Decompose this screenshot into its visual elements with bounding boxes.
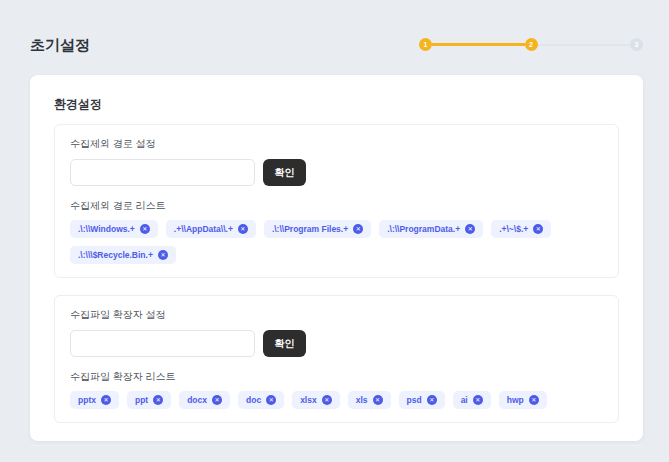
exclude-path-tag: .\:\\Windows.+ ✕ xyxy=(70,220,158,238)
stepper-step-2: 2 xyxy=(525,38,538,51)
close-circle-icon[interactable]: ✕ xyxy=(529,395,539,405)
exclude-path-tag: .+\~\$.+ ✕ xyxy=(491,220,551,238)
file-extension-confirm-button[interactable]: 확인 xyxy=(263,330,306,357)
close-circle-icon[interactable]: ✕ xyxy=(373,395,383,405)
exclude-path-tag-list: .\:\\Windows.+ ✕ .+\\AppData\\.+ ✕ .\:\\… xyxy=(70,220,603,264)
file-extension-tag: ai ✕ xyxy=(453,391,491,409)
file-extension-tag: pptx ✕ xyxy=(70,391,119,409)
tag-label: .\:\\Program Files.+ xyxy=(272,224,348,234)
file-extension-tag: doc ✕ xyxy=(238,391,284,409)
tag-label: docx xyxy=(187,395,207,405)
close-circle-icon[interactable]: ✕ xyxy=(322,395,332,405)
exclude-path-setting-label: 수집제외 경로 설정 xyxy=(70,137,603,151)
exclude-path-tag: .\:\\\$Recycle.Bin.+ ✕ xyxy=(70,246,176,264)
close-circle-icon[interactable]: ✕ xyxy=(533,224,543,234)
exclude-path-list-label: 수집제외 경로 리스트 xyxy=(70,199,603,213)
close-circle-icon[interactable]: ✕ xyxy=(158,250,168,260)
file-extension-tag: hwp ✕ xyxy=(499,391,547,409)
file-extension-tag: docx ✕ xyxy=(179,391,230,409)
tag-label: xlsx xyxy=(300,395,317,405)
stepper-connector-2-3 xyxy=(538,44,631,46)
tag-label: .+\\AppData\\.+ xyxy=(174,224,233,234)
exclude-path-tag: .+\\AppData\\.+ ✕ xyxy=(166,220,256,238)
wizard-footer: 이전 다음 xyxy=(54,446,619,462)
file-extension-panel: 수집파일 확장자 설정 확인 수집파일 확장자 리스트 pptx ✕ ppt ✕ xyxy=(54,295,619,423)
close-circle-icon[interactable]: ✕ xyxy=(101,395,111,405)
exclude-path-input-row: 확인 xyxy=(70,159,603,186)
section-title: 환경설정 xyxy=(54,96,619,113)
close-circle-icon[interactable]: ✕ xyxy=(353,224,363,234)
initial-setup-page: 초기설정 1 2 3 환경설정 수집제외 경로 설정 확인 수집제외 경로 리스… xyxy=(0,0,669,462)
exclude-path-panel: 수집제외 경로 설정 확인 수집제외 경로 리스트 .\:\\Windows.+… xyxy=(54,124,619,278)
tag-label: psd xyxy=(407,395,422,405)
stepper: 1 2 3 xyxy=(419,38,643,51)
settings-card: 환경설정 수집제외 경로 설정 확인 수집제외 경로 리스트 .\:\\Wind… xyxy=(30,75,643,441)
file-extension-list-label: 수집파일 확장자 리스트 xyxy=(70,370,603,384)
file-extension-setting-label: 수집파일 확장자 설정 xyxy=(70,308,603,322)
tag-label: .\:\\Windows.+ xyxy=(78,224,135,234)
tag-label: pptx xyxy=(78,395,96,405)
tag-label: .+\~\$.+ xyxy=(499,224,528,234)
close-circle-icon[interactable]: ✕ xyxy=(212,395,222,405)
exclude-path-confirm-button[interactable]: 확인 xyxy=(263,159,306,186)
file-extension-input[interactable] xyxy=(70,330,255,357)
close-circle-icon[interactable]: ✕ xyxy=(140,224,150,234)
tag-label: hwp xyxy=(507,395,524,405)
page-title: 초기설정 xyxy=(30,36,90,55)
close-circle-icon[interactable]: ✕ xyxy=(266,395,276,405)
tag-label: doc xyxy=(246,395,261,405)
file-extension-tag: xlsx ✕ xyxy=(292,391,340,409)
close-circle-icon[interactable]: ✕ xyxy=(153,395,163,405)
close-circle-icon[interactable]: ✕ xyxy=(465,224,475,234)
file-extension-tag: xls ✕ xyxy=(348,391,391,409)
stepper-step-1: 1 xyxy=(419,38,432,51)
close-circle-icon[interactable]: ✕ xyxy=(427,395,437,405)
exclude-path-input[interactable] xyxy=(70,159,255,186)
exclude-path-tag: .\:\\ProgramData.+ ✕ xyxy=(379,220,483,238)
file-extension-tag: ppt ✕ xyxy=(127,391,171,409)
tag-label: ai xyxy=(461,395,468,405)
exclude-path-tag: .\:\\Program Files.+ ✕ xyxy=(264,220,371,238)
tag-label: ppt xyxy=(135,395,148,405)
file-extension-tag-list: pptx ✕ ppt ✕ docx ✕ doc xyxy=(70,391,603,409)
file-extension-tag: psd ✕ xyxy=(399,391,445,409)
tag-label: .\:\\ProgramData.+ xyxy=(387,224,460,234)
tag-label: xls xyxy=(356,395,368,405)
tag-label: .\:\\\$Recycle.Bin.+ xyxy=(78,250,153,260)
close-circle-icon[interactable]: ✕ xyxy=(238,224,248,234)
file-extension-input-row: 확인 xyxy=(70,330,603,357)
stepper-step-3: 3 xyxy=(630,38,643,51)
stepper-connector-1-2 xyxy=(432,43,525,46)
close-circle-icon[interactable]: ✕ xyxy=(473,395,483,405)
